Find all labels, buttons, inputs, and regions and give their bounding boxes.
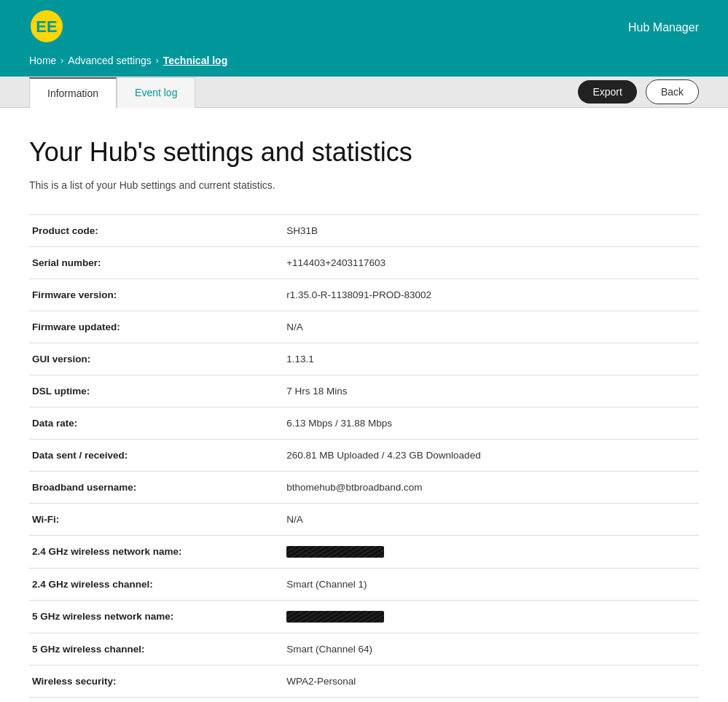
row-value: SH31B [283,215,699,247]
hub-manager-label: Hub Manager [628,21,699,34]
row-value: Wi-Fi 6 performance [283,698,699,703]
row-value: ██████████████ [283,536,699,569]
row-label: Serial number: [29,247,283,279]
table-row: Data rate:6.13 Mbps / 31.88 Mbps [29,407,699,440]
row-value: ██████████████ [283,601,699,633]
row-label: Data sent / received: [29,440,283,472]
tab-event-log[interactable]: Event log [117,77,195,108]
row-value: N/A [283,504,699,536]
row-label: Firmware updated: [29,311,283,343]
table-row: GUI version:1.13.1 [29,343,699,375]
row-value: Smart (Channel 64) [283,633,699,666]
main-content: Your Hub's settings and statistics This … [0,108,728,702]
header: EE Hub Manager [0,0,728,55]
row-value: 260.81 MB Uploaded / 4.23 GB Downloaded [283,440,699,472]
table-row: Serial number:+114403+2403117603 [29,247,699,279]
row-value: +114403+2403117603 [283,247,699,279]
tab-bar: Information Event log Export Back [0,77,728,108]
row-label: DSL uptime: [29,375,283,407]
breadcrumb-chevron-1: › [60,55,63,66]
row-value: 6.13 Mbps / 31.88 Mbps [283,407,699,440]
breadcrumb-home[interactable]: Home [29,55,56,66]
table-row: 5 GHz wireless channel:Smart (Channel 64… [29,633,699,666]
redacted-value: ██████████████ [286,546,384,558]
table-row: Product code:SH31B [29,215,699,247]
export-button[interactable]: Export [578,80,636,104]
tabs-container: Information Event log [29,77,195,107]
table-row: Data sent / received:260.81 MB Uploaded … [29,440,699,472]
row-value: Smart (Channel 1) [283,569,699,601]
row-value: 7 Hrs 18 Mins [283,375,699,407]
info-table: Product code:SH31BSerial number:+114403+… [29,214,699,702]
row-label: Wi-Fi: [29,504,283,536]
table-row: Wireless security:WPA2-Personal [29,666,699,698]
table-row: 2.4 GHz wireless network name:██████████… [29,536,699,569]
row-value: bthomehub@btbroadband.com [283,472,699,504]
row-label: 5 GHz wireless channel: [29,633,283,666]
row-label: 5 GHz wireless network name: [29,601,283,633]
breadcrumb-current: Technical log [163,55,227,66]
tab-information[interactable]: Information [29,77,117,108]
table-row: 5 GHz wireless network name:████████████… [29,601,699,633]
table-row: Broadband username:bthomehub@btbroadband… [29,472,699,504]
row-label: Product code: [29,215,283,247]
row-label: GUI version: [29,343,283,375]
table-row: Wireless mode:Wi-Fi 6 performance [29,698,699,703]
table-row: Firmware version:r1.35.0-R-1138091-PROD-… [29,279,699,311]
row-label: Wireless security: [29,666,283,698]
breadcrumb: Home › Advanced settings › Technical log [0,55,728,77]
row-label: Broadband username: [29,472,283,504]
row-label: 2.4 GHz wireless channel: [29,569,283,601]
row-label: 2.4 GHz wireless network name: [29,536,283,569]
row-value: N/A [283,311,699,343]
row-label: Firmware version: [29,279,283,311]
breadcrumb-advanced-settings[interactable]: Advanced settings [68,55,151,66]
svg-text:EE: EE [36,17,57,36]
logo: EE [29,9,64,46]
table-row: DSL uptime:7 Hrs 18 Mins [29,375,699,407]
row-value: WPA2-Personal [283,666,699,698]
row-label: Wireless mode: [29,698,283,703]
back-button[interactable]: Back [646,79,699,104]
page-description: This is a list of your Hub settings and … [29,179,699,191]
breadcrumb-chevron-2: › [156,55,159,66]
table-row: Wi-Fi:N/A [29,504,699,536]
table-row: 2.4 GHz wireless channel:Smart (Channel … [29,569,699,601]
row-label: Data rate: [29,407,283,440]
row-value: 1.13.1 [283,343,699,375]
redacted-value: ██████████████ [286,611,384,623]
row-value: r1.35.0-R-1138091-PROD-83002 [283,279,699,311]
tab-actions: Export Back [578,79,699,104]
page-title: Your Hub's settings and statistics [29,137,699,168]
table-row: Firmware updated:N/A [29,311,699,343]
